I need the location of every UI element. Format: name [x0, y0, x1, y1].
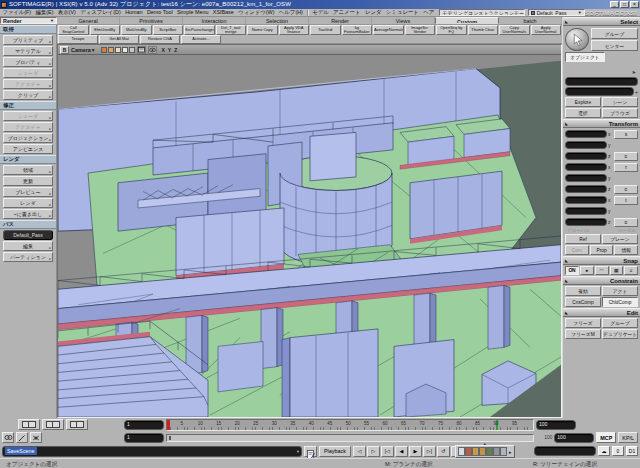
link-icon-button[interactable]	[2, 432, 14, 443]
shelf-button[interactable]: SrcPasschanges	[184, 25, 215, 35]
playback-menu-button[interactable]: Playback	[319, 446, 351, 457]
edit-button[interactable]: フリーズ	[565, 318, 601, 328]
snap-on-toggle[interactable]: ON	[565, 266, 579, 275]
titlebar[interactable]: SOFTIMAGE(R) | XSI(R) v 5.0 (Adv 32) プロジ…	[0, 0, 640, 9]
viewport-titlebar[interactable]: B Camera ▾ XYZ	[58, 45, 561, 55]
construction-mode-dropdown[interactable]: モデリングコンストラクションモード ▼	[439, 9, 524, 16]
viewport-axis-letter-y[interactable]: Y	[168, 47, 171, 53]
srt-button-r[interactable]: r	[614, 163, 638, 172]
constrain-comp-button[interactable]: CnsComp	[565, 297, 601, 307]
menu-item[interactable]: ヘルプ(H)	[277, 9, 305, 15]
kpl-toggle-button[interactable]: KP/L	[618, 432, 638, 443]
display-mode-icon[interactable]	[137, 46, 146, 54]
shelf-button[interactable]: ElmUsedBy	[90, 25, 121, 35]
toolbar-button[interactable]: プリミティブ▸	[3, 35, 53, 45]
bug-icon-button[interactable]	[30, 432, 42, 443]
timeline-end-field[interactable]: 100	[536, 420, 576, 430]
shelf-button[interactable]: Activate...	[181, 35, 221, 44]
edit-button[interactable]: フリーズM	[565, 329, 601, 339]
tab-batch[interactable]: batch	[499, 17, 562, 24]
toolbar-button[interactable]: Default_Pass▸	[3, 230, 53, 240]
transform-menu-button[interactable]: ≡	[614, 152, 638, 161]
select-panel-header[interactable]: ◣ Select	[563, 17, 640, 26]
toolbar-button[interactable]: マテリアル▸	[3, 46, 53, 56]
viewport-letter-button[interactable]: B	[60, 46, 69, 54]
transform-menu-button[interactable]: ≡	[614, 185, 638, 194]
menu-item[interactable]: モデル	[310, 9, 331, 15]
layout-button-1[interactable]	[18, 419, 40, 430]
layout-button-3[interactable]	[66, 419, 88, 430]
toolbar-button[interactable]: プレビュー▸	[3, 187, 53, 197]
selection-field-1[interactable]	[565, 77, 638, 86]
shelf-button[interactable]: TaoGrid	[310, 25, 341, 35]
constrain-button[interactable]: 有効	[565, 286, 601, 296]
tab-interaction[interactable]: Interaction	[183, 17, 246, 24]
menu-item[interactable]: ディスプレイ(D)	[78, 9, 123, 15]
snap-panel-header[interactable]: ◣ Snap	[563, 256, 640, 265]
frame-step-back-button[interactable]: ◁	[353, 446, 366, 457]
shelf-button[interactable]: ImageSrc Vendor	[405, 25, 436, 35]
shelf-button[interactable]: kg ForearmBaker	[342, 25, 373, 35]
palette-tile[interactable]	[472, 447, 479, 456]
playback-rate-field[interactable]: 1	[124, 433, 164, 443]
snap-icon-button[interactable]: ●	[580, 266, 594, 275]
tab-render[interactable]: Render	[309, 17, 372, 24]
tab-general[interactable]: General	[57, 17, 120, 24]
constrain-comp-button[interactable]: ChldComp	[602, 297, 638, 307]
layout-button-2[interactable]	[42, 419, 64, 430]
pen-icon-button[interactable]	[16, 432, 28, 443]
shelf-button[interactable]: Thumb Clear	[468, 25, 499, 35]
palette-more-arrow-icon[interactable]: ▸	[509, 449, 512, 455]
selection-field-2[interactable]	[565, 87, 634, 96]
transform-value-field[interactable]	[565, 141, 607, 149]
go-to-start-button[interactable]: |◁	[381, 446, 394, 457]
menu-item[interactable]: Simple Menu	[175, 9, 211, 15]
palette-tile[interactable]	[500, 447, 507, 456]
cloud-button[interactable]: ☁	[598, 446, 610, 456]
shelf-button[interactable]: Del_T_tool merge	[216, 25, 247, 35]
scene-button[interactable]: シーン	[602, 97, 638, 107]
floating-tool-palette[interactable]: ▲ ▸	[455, 445, 515, 458]
memo-cam-swatch[interactable]	[129, 47, 135, 53]
edit-button[interactable]: デュプリケート	[602, 329, 638, 339]
transform-menu-button[interactable]: ≡	[614, 218, 638, 227]
play-forward-button[interactable]: ▶	[409, 446, 422, 457]
browse-button[interactable]: ブラウズ	[602, 108, 638, 118]
shelf-button[interactable]: Call SnapControl	[58, 25, 89, 35]
snap-icon-button[interactable]: ▦	[610, 266, 624, 275]
memo-cam-swatch[interactable]	[115, 47, 121, 53]
transform-value-field[interactable]	[565, 218, 607, 226]
timeline-ruler[interactable]: 5101520253035404550556065707580859095	[166, 419, 534, 431]
shelf-button[interactable]: MatUsedBy	[121, 25, 152, 35]
menu-item[interactable]: ウィンドウ(W)	[236, 9, 277, 15]
palette-tile[interactable]	[493, 447, 500, 456]
object-button[interactable]: オブジェクト	[565, 52, 605, 62]
d1-button[interactable]: D1	[626, 446, 638, 456]
menu-item[interactable]: シミュレート	[384, 9, 421, 15]
tab-selection[interactable]: Selection	[246, 17, 309, 24]
toolbar-button[interactable]: パーティション▸	[3, 252, 53, 262]
constrain-button[interactable]: アクト	[602, 286, 638, 296]
shelf-button[interactable]: Name Copy	[247, 25, 278, 35]
menu-item[interactable]: Human	[123, 9, 145, 15]
frame-step-forward-button[interactable]: ▷	[367, 446, 380, 457]
transform-value-field[interactable]	[565, 152, 607, 160]
toolbar-button[interactable]: クリップ▸	[3, 90, 53, 100]
pass-dropdown[interactable]: Default_Pass ▼	[528, 9, 585, 16]
eye-icon[interactable]	[148, 46, 157, 54]
srt-button-s[interactable]: s	[614, 130, 638, 139]
snap-icon-button[interactable]: ≡	[624, 266, 638, 275]
close-button[interactable]: ×	[630, 1, 639, 8]
menu-item[interactable]: アニメート	[331, 9, 363, 15]
range-end-field[interactable]: 100	[554, 433, 594, 443]
go-to-end-button[interactable]: ▷|	[423, 446, 436, 457]
viewport-axis-letter-z[interactable]: Z	[174, 47, 177, 53]
memo-cam-swatch[interactable]	[101, 47, 107, 53]
transform-option-button[interactable]: 情報	[614, 245, 638, 255]
menu-item[interactable]: ヘア	[421, 9, 436, 15]
srt-button-t[interactable]: t	[614, 196, 638, 205]
palette-tile[interactable]	[479, 447, 486, 456]
shelf-button[interactable]: Restore CGA	[140, 35, 180, 44]
palette-tile[interactable]	[465, 447, 472, 456]
range-track[interactable]	[166, 434, 534, 442]
